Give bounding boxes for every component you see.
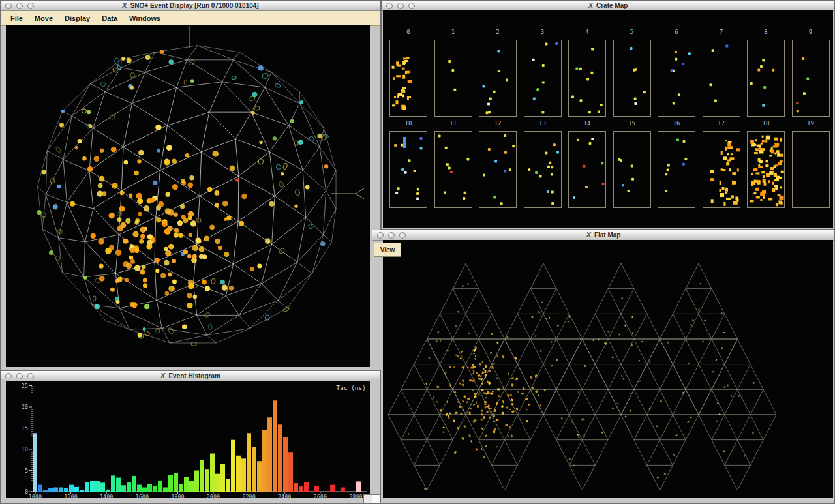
hit-block bbox=[402, 87, 406, 89]
hit-block bbox=[585, 186, 588, 188]
hit-block bbox=[591, 48, 594, 51]
hit-block bbox=[622, 184, 624, 186]
hit-block bbox=[732, 181, 736, 185]
hit-block bbox=[675, 51, 677, 53]
crate-panel-7[interactable] bbox=[703, 40, 740, 117]
hit-block bbox=[397, 187, 400, 190]
hit-block bbox=[506, 79, 508, 82]
hit-block bbox=[397, 95, 399, 98]
crate-panel-8[interactable] bbox=[747, 40, 785, 117]
hit-block bbox=[532, 59, 534, 61]
hit-block bbox=[736, 168, 738, 171]
event-display-canvas[interactable] bbox=[6, 25, 370, 367]
histogram-bar bbox=[95, 481, 100, 492]
menu-windows[interactable]: Windows bbox=[123, 12, 166, 24]
menu-file[interactable]: File bbox=[5, 12, 29, 24]
crate-panel-12[interactable] bbox=[479, 131, 517, 208]
hit-block bbox=[402, 68, 405, 70]
hit-block bbox=[727, 141, 731, 143]
hit-block bbox=[401, 105, 405, 109]
crate-label: 13 bbox=[524, 120, 562, 126]
crate-panel-2[interactable] bbox=[479, 40, 517, 117]
crate-label: 19 bbox=[792, 120, 830, 126]
histogram-bar bbox=[147, 484, 152, 492]
crate-panel-17[interactable] bbox=[703, 131, 740, 208]
hit-block bbox=[396, 75, 401, 77]
histogram-bar bbox=[262, 430, 267, 492]
histogram-bar bbox=[220, 464, 225, 492]
menu-move[interactable]: Move bbox=[29, 12, 59, 24]
hit-block bbox=[759, 160, 763, 163]
hit-block bbox=[762, 59, 765, 62]
hit-block bbox=[772, 69, 774, 72]
view-menu-button[interactable]: View bbox=[374, 243, 401, 257]
hit-block bbox=[497, 50, 500, 52]
hit-block bbox=[498, 70, 500, 72]
hit-block bbox=[711, 49, 714, 52]
hit-block bbox=[776, 150, 780, 153]
hit-block bbox=[733, 201, 737, 205]
window-title-text: Crate Map bbox=[596, 2, 628, 9]
histogram-bar bbox=[43, 490, 48, 492]
crate-panel-0[interactable] bbox=[389, 40, 427, 117]
hit-block bbox=[676, 139, 679, 141]
hit-block bbox=[765, 164, 768, 167]
crate-panel-18[interactable] bbox=[747, 131, 785, 208]
hit-block bbox=[631, 178, 634, 181]
hit-block bbox=[754, 152, 758, 154]
crate-panel-5[interactable] bbox=[613, 40, 651, 117]
flat-map-canvas[interactable] bbox=[383, 240, 833, 498]
histogram-bar bbox=[111, 475, 115, 492]
hit-block bbox=[780, 138, 782, 142]
crate-panel-15[interactable] bbox=[613, 131, 651, 208]
flat-map-window: XFlat Map View bbox=[372, 230, 835, 504]
histogram-canvas[interactable]: 0510152025100012001400160018002000220024… bbox=[6, 381, 370, 498]
flat-map-titlebar: XFlat Map bbox=[372, 230, 834, 241]
hit-block bbox=[772, 171, 774, 173]
crate-panel-11[interactable] bbox=[434, 131, 472, 208]
menu-data[interactable]: Data bbox=[96, 12, 123, 24]
hit-block bbox=[536, 88, 539, 91]
event-display-window: XSNO+ Event Display [Run 071000 010104] … bbox=[0, 0, 381, 370]
crate-panel-4[interactable] bbox=[568, 40, 606, 117]
crate-map-canvas[interactable]: 012345678910111213141516171819 bbox=[383, 10, 833, 228]
histogram-bar bbox=[132, 476, 136, 492]
crate-label: 7 bbox=[703, 29, 740, 35]
hit-block bbox=[393, 77, 395, 80]
x11-logo-icon: X bbox=[586, 231, 591, 239]
crate-panel-3[interactable] bbox=[524, 40, 562, 117]
hit-block bbox=[710, 170, 714, 173]
hit-block bbox=[727, 143, 731, 146]
crate-panel-13[interactable] bbox=[524, 131, 562, 208]
hit-block bbox=[665, 190, 667, 192]
hit-block bbox=[667, 168, 669, 171]
hit-block bbox=[769, 155, 772, 157]
hit-block bbox=[725, 147, 728, 149]
hit-block bbox=[683, 140, 686, 143]
hit-block bbox=[682, 163, 685, 166]
hit-block bbox=[547, 190, 549, 193]
histogram-bar bbox=[142, 488, 147, 492]
crate-label: 15 bbox=[613, 120, 651, 126]
hit-block bbox=[512, 145, 515, 147]
hit-block bbox=[555, 42, 558, 45]
hit-block bbox=[727, 160, 731, 162]
crate-panel-16[interactable] bbox=[658, 131, 695, 208]
histogram-bar bbox=[267, 417, 272, 492]
crate-panel-10[interactable] bbox=[389, 131, 427, 208]
resize-grip[interactable] bbox=[363, 494, 380, 503]
crate-panel-14[interactable] bbox=[568, 131, 606, 208]
hit-block bbox=[395, 192, 398, 194]
hit-block bbox=[448, 167, 450, 170]
hit-block bbox=[750, 140, 754, 144]
crate-panel-19[interactable] bbox=[792, 131, 830, 208]
crate-panel-1[interactable] bbox=[434, 40, 472, 117]
hit-block bbox=[806, 77, 809, 80]
hit-block bbox=[678, 93, 680, 96]
menu-display[interactable]: Display bbox=[59, 12, 96, 24]
crate-panel-9[interactable] bbox=[792, 40, 830, 117]
histogram-bar bbox=[53, 488, 58, 492]
histogram-bar bbox=[226, 479, 230, 492]
crate-panel-6[interactable] bbox=[658, 40, 695, 117]
hit-block bbox=[763, 179, 766, 183]
